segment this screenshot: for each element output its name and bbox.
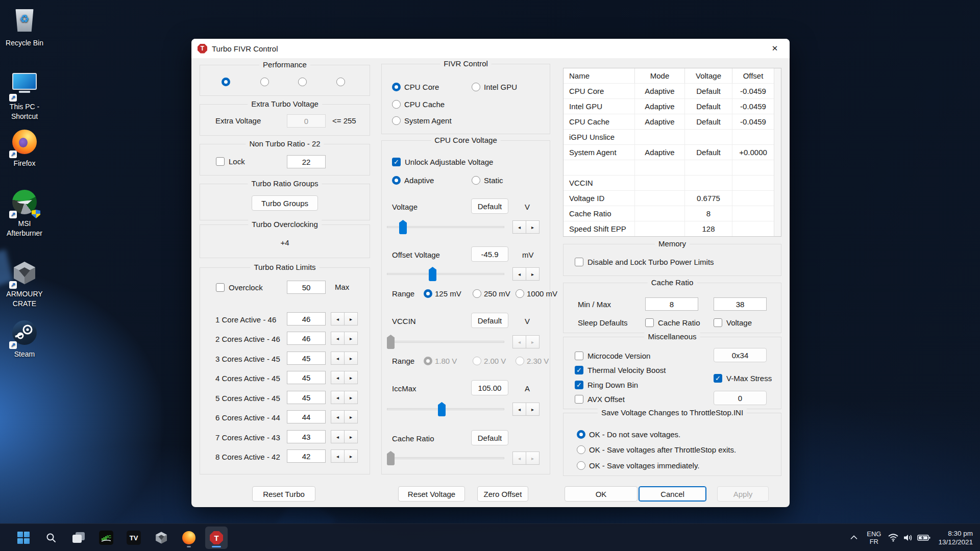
offset-voltage-slider[interactable] — [387, 267, 504, 281]
ring-down-bin-checkbox[interactable] — [575, 381, 583, 389]
desktop-icon-msi-afterburner[interactable]: ↗ MSI Afterburner — [0, 189, 49, 238]
desktop-icon-firefox[interactable]: ↗ Firefox — [0, 129, 49, 168]
spin-left-button[interactable] — [331, 449, 345, 463]
language-switcher[interactable]: ENG FR — [867, 530, 881, 545]
adaptive-radio[interactable] — [392, 176, 401, 185]
ratio-row-input[interactable] — [287, 312, 326, 325]
spin-right-button[interactable] — [526, 403, 540, 416]
spin-right-button[interactable] — [344, 410, 358, 423]
cache-ratio-default-button[interactable]: Default — [471, 430, 508, 445]
disable-lock-turbo-power-limits-checkbox[interactable] — [575, 258, 583, 266]
desktop-icon-this-pc[interactable]: ↗ This PC - Shortcut — [0, 70, 49, 121]
task-view-button[interactable] — [67, 527, 90, 549]
taskbar-stock-chart-app[interactable]: IC — [95, 527, 117, 549]
spin-right-button[interactable] — [526, 220, 540, 234]
taskbar-armoury-crate[interactable] — [150, 527, 173, 549]
spin-left-button[interactable] — [512, 220, 526, 234]
iccmax-value-button[interactable]: 105.00 — [471, 380, 508, 395]
microcode-value-field[interactable]: 0x34 — [714, 348, 767, 362]
spin-right-button[interactable] — [344, 391, 358, 404]
volume-button[interactable] — [900, 534, 916, 542]
v-max-stress-checkbox[interactable] — [714, 374, 722, 383]
static-radio[interactable] — [472, 176, 480, 185]
spin-left-button[interactable] — [331, 352, 345, 365]
cache-ratio-max-input[interactable] — [714, 297, 767, 311]
non-turbo-ratio-input[interactable] — [287, 155, 326, 168]
max-ratio-input[interactable] — [287, 281, 326, 294]
fivr-system-agent-radio[interactable] — [392, 116, 401, 125]
cache-ratio-min-input[interactable] — [645, 297, 698, 311]
tray-chevron-button[interactable] — [846, 535, 862, 540]
spin-right-button[interactable] — [344, 449, 358, 463]
spin-left-button[interactable] — [331, 430, 345, 443]
battery-button[interactable] — [916, 534, 932, 541]
slider-track[interactable] — [387, 408, 504, 410]
performance-radio-1[interactable] — [222, 78, 230, 86]
fivr-cpu-cache-radio[interactable] — [392, 100, 401, 109]
voltage-default-button[interactable]: Default — [471, 198, 508, 214]
zero-offset-button[interactable]: Zero Offset — [477, 486, 528, 502]
performance-radio-4[interactable] — [336, 78, 345, 86]
sleep-voltage-checkbox[interactable] — [714, 318, 722, 327]
save-option-1-radio[interactable] — [577, 430, 585, 439]
microcode-version-checkbox[interactable] — [575, 352, 583, 360]
cancel-button[interactable]: Cancel — [639, 486, 706, 502]
ratio-row-input[interactable] — [287, 332, 326, 345]
iccmax-slider[interactable] — [387, 402, 504, 416]
ok-button[interactable]: OK — [565, 486, 638, 502]
avx-offset-checkbox[interactable] — [575, 395, 583, 404]
spin-left-button[interactable] — [331, 410, 345, 423]
offset-voltage-slider-thumb[interactable] — [429, 267, 436, 281]
thermal-velocity-boost-checkbox[interactable] — [575, 366, 583, 374]
fivr-intel-gpu-radio[interactable] — [472, 83, 480, 91]
taskbar-firefox[interactable] — [178, 527, 200, 549]
spin-left-button[interactable] — [331, 391, 345, 404]
ratio-row-input[interactable] — [287, 410, 326, 423]
spin-left-button[interactable] — [512, 403, 526, 416]
spin-right-button[interactable] — [344, 332, 358, 345]
table-scrollbar[interactable] — [774, 68, 781, 236]
spin-left-button[interactable] — [331, 312, 345, 325]
range-1000mv-radio[interactable] — [516, 289, 524, 298]
iccmax-slider-thumb[interactable] — [438, 402, 446, 416]
spin-left-button[interactable] — [331, 332, 345, 345]
slider-track[interactable] — [387, 273, 504, 275]
vccin-default-button[interactable]: Default — [471, 313, 508, 328]
title-bar[interactable]: T Turbo FIVR Control ✕ — [191, 39, 790, 58]
voltage-slider-thumb[interactable] — [399, 220, 407, 234]
spin-right-button[interactable] — [526, 267, 540, 281]
taskbar-tradingview[interactable]: TV — [122, 527, 145, 549]
save-option-3-radio[interactable] — [577, 461, 585, 470]
sleep-cache-ratio-checkbox[interactable] — [645, 318, 654, 327]
ratio-row-input[interactable] — [287, 449, 326, 463]
voltage-slider[interactable] — [387, 220, 504, 234]
performance-radio-2[interactable] — [260, 78, 269, 86]
lock-checkbox[interactable] — [216, 157, 225, 166]
spin-left-button[interactable] — [512, 267, 526, 281]
taskbar-throttlestop[interactable]: T — [205, 527, 228, 549]
close-button[interactable]: ✕ — [764, 41, 786, 56]
reset-turbo-button[interactable]: Reset Turbo — [252, 486, 315, 502]
ratio-row-input[interactable] — [287, 391, 326, 404]
spin-left-button[interactable] — [331, 371, 345, 384]
taskbar-clock[interactable]: 8:30 pm 13/12/2021 — [938, 529, 973, 546]
start-button[interactable] — [12, 527, 35, 549]
ratio-row-input[interactable] — [287, 430, 326, 443]
desktop-icon-recycle-bin[interactable]: ♻ Recycle Bin — [0, 7, 49, 48]
performance-radio-3[interactable] — [298, 78, 307, 86]
search-button[interactable] — [40, 527, 62, 549]
wifi-button[interactable] — [886, 534, 900, 542]
range-250mv-radio[interactable] — [473, 289, 481, 298]
spin-right-button[interactable] — [344, 371, 358, 384]
unlock-adjustable-voltage-checkbox[interactable] — [392, 158, 401, 166]
offset-voltage-value-button[interactable]: -45.9 — [471, 246, 508, 262]
reset-voltage-button[interactable]: Reset Voltage — [398, 486, 465, 502]
overclock-checkbox[interactable] — [216, 283, 225, 292]
ratio-row-input[interactable] — [287, 352, 326, 365]
range-125mv-radio[interactable] — [424, 289, 432, 298]
turbo-groups-button[interactable]: Turbo Groups — [252, 195, 318, 211]
spin-right-button[interactable] — [344, 430, 358, 443]
fivr-cpu-core-radio[interactable] — [392, 83, 401, 91]
ratio-row-input[interactable] — [287, 371, 326, 384]
desktop-icon-armoury-crate[interactable]: ↗ ARMOURY CRATE — [0, 260, 49, 309]
